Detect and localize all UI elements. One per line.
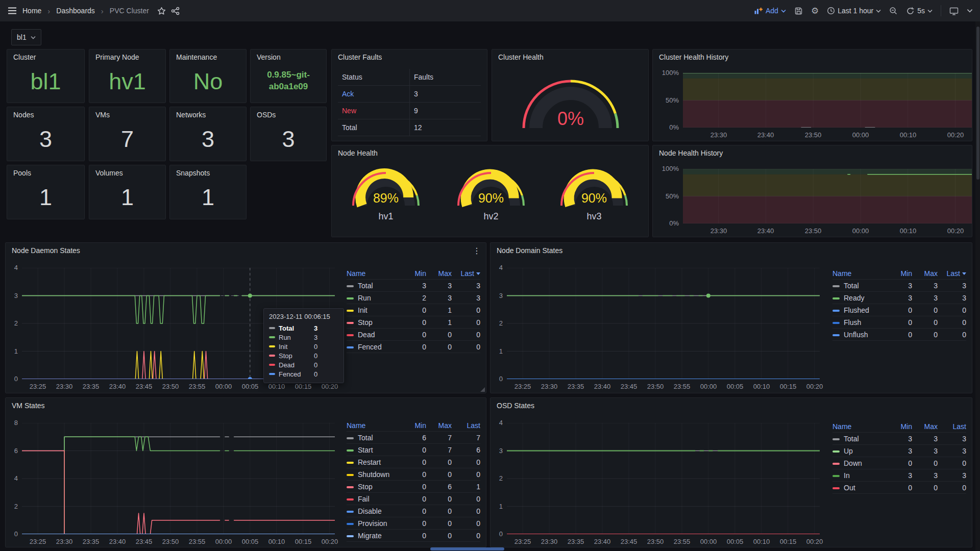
series-color-swatch xyxy=(832,297,840,299)
breadcrumb-dashboards[interactable]: Dashboards xyxy=(56,7,95,15)
cluster-variable-dropdown[interactable]: bl1 xyxy=(11,29,41,45)
legend-series-name[interactable]: Down xyxy=(832,459,887,467)
legend-col-max[interactable]: Max xyxy=(912,422,938,431)
panel-title: Cluster Faults xyxy=(332,49,487,65)
dashboard-settings-button[interactable]: ⚙ xyxy=(811,7,819,15)
legend-col-name[interactable]: Name xyxy=(347,269,401,278)
legend-col-last[interactable]: Last xyxy=(938,269,966,278)
legend-series-name[interactable]: Start xyxy=(347,446,401,454)
scrollbar-thumb[interactable] xyxy=(976,27,979,180)
legend-col-name[interactable]: Name xyxy=(347,421,401,430)
y-axis-label: 8 xyxy=(6,419,18,427)
zoom-out-icon xyxy=(889,7,898,15)
time-series-plot[interactable] xyxy=(683,73,972,128)
legend-series-name[interactable]: Restart xyxy=(347,458,401,466)
legend-series-name[interactable]: Total xyxy=(347,434,401,442)
y-axis-label: 4 xyxy=(6,264,18,271)
legend-col-name[interactable]: Name xyxy=(832,269,887,278)
legend-series-name[interactable]: Provision xyxy=(347,519,401,528)
panel-stat-pools: Pools1 xyxy=(7,165,85,219)
faults-col-status[interactable]: Status xyxy=(338,69,409,86)
save-dashboard-button[interactable] xyxy=(794,7,803,15)
add-button[interactable]: Add xyxy=(754,7,786,15)
legend-last: 0 xyxy=(938,331,966,339)
legend-row: Fail 0 0 0 xyxy=(347,493,480,505)
fault-status[interactable]: New xyxy=(338,103,409,119)
time-range-label: Last 1 hour xyxy=(838,7,873,15)
time-series-plot[interactable] xyxy=(683,169,972,223)
legend-col-min[interactable]: Min xyxy=(401,421,426,430)
tooltip-series-name: Dead xyxy=(279,361,310,369)
legend-row: Migrate 0 0 0 xyxy=(347,530,480,542)
legend-col-min[interactable]: Min xyxy=(887,269,912,278)
kiosk-mode-button[interactable] xyxy=(949,7,959,15)
share-icon[interactable] xyxy=(171,7,180,15)
legend-row: Total 3 3 3 xyxy=(347,280,480,292)
fault-status[interactable]: Ack xyxy=(338,86,409,103)
legend-series-name[interactable]: Ready xyxy=(832,294,887,302)
panel-menu-icon[interactable]: ⋮ xyxy=(473,246,481,256)
time-series-plot[interactable] xyxy=(507,423,820,534)
legend-series-name[interactable]: Flushed xyxy=(832,306,887,314)
legend-series-name[interactable]: Flush xyxy=(832,318,887,327)
y-axis-label: 0% xyxy=(653,219,679,227)
legend-series-name[interactable]: Stop xyxy=(347,483,401,491)
legend-series-name[interactable]: Init xyxy=(347,306,401,314)
legend-series-name[interactable]: Stop xyxy=(347,318,401,327)
time-series-plot[interactable] xyxy=(22,423,335,534)
legend-series-name[interactable]: Disable xyxy=(347,507,401,515)
legend-header: NameMinMaxLast xyxy=(347,267,480,280)
time-range-picker[interactable]: Last 1 hour xyxy=(827,7,881,15)
legend-col-last[interactable]: Last xyxy=(452,421,480,430)
series-color-swatch xyxy=(347,346,354,348)
breadcrumb-home[interactable]: Home xyxy=(22,7,41,15)
legend-series-name[interactable]: Fenced xyxy=(347,343,401,351)
legend-last: 0 xyxy=(452,470,480,479)
legend-series-name[interactable]: Unflush xyxy=(832,331,887,339)
panel-stat-cluster: Clusterbl1 xyxy=(7,49,85,103)
variable-value: bl1 xyxy=(17,33,27,41)
legend-max: 3 xyxy=(426,294,452,302)
legend-series-name[interactable]: Run xyxy=(347,294,401,302)
legend-col-last[interactable]: Last xyxy=(938,422,966,431)
legend-series-name[interactable]: Migrate xyxy=(347,532,401,540)
x-axis-label: 23:45 xyxy=(616,383,642,390)
tooltip-series-value: 3 xyxy=(314,334,317,341)
legend-series-name[interactable]: Out xyxy=(832,484,887,492)
hamburger-menu-icon[interactable] xyxy=(7,6,17,15)
legend-series-name[interactable]: Total xyxy=(832,282,887,290)
legend-series-name[interactable]: Total xyxy=(347,282,401,290)
legend-col-name[interactable]: Name xyxy=(832,422,887,431)
legend-series-name[interactable]: Dead xyxy=(347,331,401,339)
legend-max: 7 xyxy=(426,446,452,454)
series-color-swatch xyxy=(832,450,840,453)
horizontal-scrollbar-thumb[interactable] xyxy=(430,547,504,550)
legend-col-last[interactable]: Last xyxy=(452,269,480,278)
legend-col-min[interactable]: Min xyxy=(887,422,912,431)
legend-col-max[interactable]: Max xyxy=(426,421,452,430)
series-color-swatch xyxy=(832,487,840,489)
x-axis-label: 00:20 xyxy=(317,538,342,545)
legend-series-name[interactable]: Total xyxy=(832,435,887,443)
legend-last: 0 xyxy=(452,495,480,503)
faults-col-faults[interactable]: Faults xyxy=(409,69,481,86)
refresh-button[interactable]: 5s xyxy=(906,7,933,15)
legend-series-name[interactable]: Shutdown xyxy=(347,470,401,479)
legend-last: 7 xyxy=(452,434,480,442)
collapse-toolbar-button[interactable] xyxy=(967,9,973,13)
legend-series-name[interactable]: In xyxy=(832,471,887,480)
legend-series-name[interactable]: Up xyxy=(832,447,887,455)
vertical-scrollbar[interactable] xyxy=(975,21,980,551)
zoom-out-button[interactable] xyxy=(889,7,898,15)
fault-row: Total 12 xyxy=(338,119,481,136)
panel-resize-handle[interactable] xyxy=(480,387,485,392)
star-icon[interactable] xyxy=(157,7,166,15)
legend-col-min[interactable]: Min xyxy=(401,269,426,278)
legend-series-name[interactable]: Fail xyxy=(347,495,401,503)
time-series-plot[interactable] xyxy=(507,268,820,379)
legend-col-max[interactable]: Max xyxy=(426,269,452,278)
breadcrumb-separator: › xyxy=(46,7,51,15)
node-gauge-cell: 89% hv1 xyxy=(348,165,424,222)
svg-text:90%: 90% xyxy=(478,191,504,205)
legend-col-max[interactable]: Max xyxy=(912,269,938,278)
